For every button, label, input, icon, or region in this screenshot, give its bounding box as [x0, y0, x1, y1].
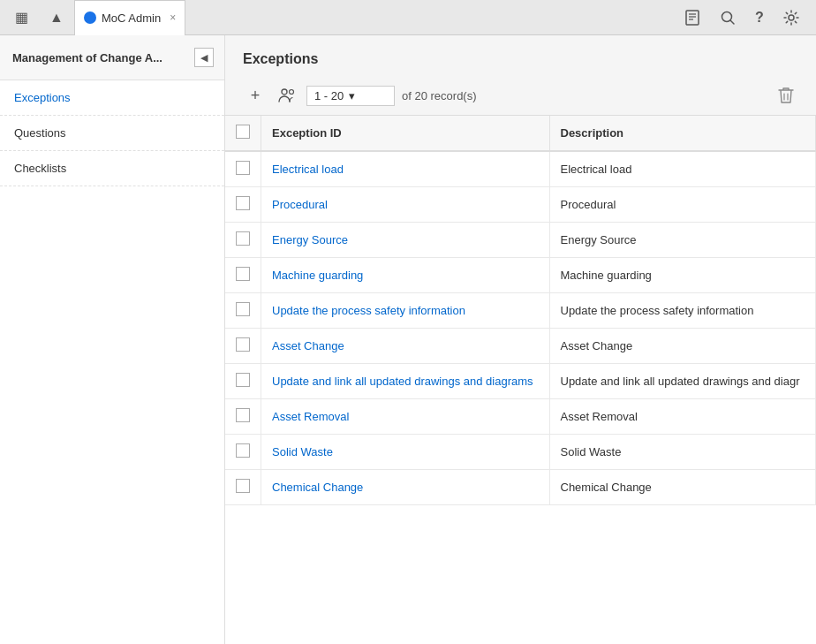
row-checkbox-cell — [225, 399, 261, 435]
exception-id-link[interactable]: Chemical Change — [272, 481, 363, 494]
row-checkbox-cell — [225, 293, 261, 329]
exception-id-link[interactable]: Energy Source — [272, 233, 348, 246]
delete-button[interactable] — [774, 83, 798, 108]
exception-id-link[interactable]: Solid Waste — [272, 445, 333, 458]
help-button[interactable]: ? — [745, 4, 774, 32]
exception-id-link[interactable]: Electrical load — [272, 163, 344, 176]
row-checkbox[interactable] — [236, 267, 250, 281]
sidebar-title-bar: Management of Change A... ◀ — [0, 35, 224, 80]
row-description: Asset Removal — [549, 399, 816, 435]
row-description: Chemical Change — [549, 470, 816, 505]
svg-point-7 — [282, 89, 287, 95]
row-description: Electrical load — [549, 151, 816, 187]
row-checkbox[interactable] — [236, 161, 250, 175]
page-range-select[interactable]: 1 - 20 ▾ — [306, 86, 395, 106]
row-exception-id: Update the process safety information — [261, 293, 550, 329]
notes-icon — [684, 9, 701, 27]
page-range-label: 1 - 20 — [314, 89, 344, 102]
table-row: Electrical loadElectrical load — [225, 151, 816, 187]
row-description: Asset Change — [549, 329, 816, 364]
row-description: Update the process safety information — [549, 293, 816, 329]
row-checkbox-cell — [225, 258, 261, 293]
settings-button[interactable] — [777, 4, 805, 32]
exceptions-table: Exception ID Description Electrical load… — [225, 116, 816, 505]
row-exception-id: Electrical load — [261, 151, 550, 187]
exception-id-link[interactable]: Procedural — [272, 198, 328, 211]
table-row: Solid WasteSolid Waste — [225, 435, 816, 470]
toolbar: + 1 - 20 ▾ of 20 record(s) — [225, 76, 816, 116]
sidebar-title: Management of Change A... — [12, 51, 162, 64]
table-row: Update the process safety informationUpd… — [225, 293, 816, 329]
trash-icon — [778, 87, 794, 104]
search-button[interactable] — [714, 4, 742, 32]
exception-id-link[interactable]: Update the process safety information — [272, 304, 465, 317]
row-exception-id: Machine guarding — [261, 258, 550, 293]
row-checkbox[interactable] — [236, 337, 250, 352]
sidebar-item-exceptions[interactable]: Exceptions — [0, 80, 224, 116]
row-exception-id: Procedural — [261, 187, 550, 223]
row-description: Machine guarding — [549, 258, 816, 293]
row-checkbox-cell — [225, 223, 261, 258]
svg-line-5 — [730, 20, 734, 24]
exception-id-link[interactable]: Asset Change — [272, 339, 344, 352]
sidebar-nav: Exceptions Questions Checklists — [0, 80, 224, 186]
add-button[interactable]: + — [243, 83, 268, 108]
row-exception-id: Chemical Change — [261, 470, 550, 505]
row-checkbox[interactable] — [236, 231, 250, 246]
row-exception-id: Update and link all updated drawings and… — [261, 364, 550, 399]
row-description: Energy Source — [549, 223, 816, 258]
sidebar-item-questions[interactable]: Questions — [0, 116, 224, 151]
table-row: Energy SourceEnergy Source — [225, 223, 816, 258]
content-area: Exceptions + 1 - 20 ▾ of 20 record(s) — [225, 35, 816, 644]
exception-id-link[interactable]: Update and link all updated drawings and… — [272, 375, 533, 388]
row-checkbox[interactable] — [236, 443, 250, 458]
users-button[interactable] — [275, 83, 299, 108]
row-description: Solid Waste — [549, 435, 816, 470]
page-title: Exceptions — [225, 35, 816, 76]
table-row: Chemical ChangeChemical Change — [225, 470, 816, 505]
row-checkbox[interactable] — [236, 196, 250, 210]
moc-admin-tab[interactable]: MoC Admin × — [74, 0, 185, 35]
row-checkbox-cell — [225, 364, 261, 399]
svg-point-6 — [789, 15, 794, 20]
users-icon — [278, 87, 296, 103]
row-checkbox[interactable] — [236, 302, 250, 316]
col-header-description: Description — [549, 116, 816, 151]
row-exception-id: Energy Source — [261, 223, 550, 258]
row-checkbox-cell — [225, 435, 261, 470]
tab-close-icon[interactable]: × — [170, 11, 176, 24]
table-row: ProceduralProcedural — [225, 187, 816, 223]
dashboard-icon-tab[interactable]: ▦ — [4, 0, 39, 35]
records-count: of 20 record(s) — [402, 89, 477, 102]
exception-id-link[interactable]: Machine guarding — [272, 269, 363, 282]
col-header-checkbox — [225, 116, 261, 151]
row-exception-id: Solid Waste — [261, 435, 550, 470]
table-row: Machine guardingMachine guarding — [225, 258, 816, 293]
table-row: Asset ChangeAsset Change — [225, 329, 816, 364]
tab-label: MoC Admin — [102, 11, 161, 25]
row-checkbox[interactable] — [236, 479, 250, 493]
row-checkbox-cell — [225, 187, 261, 223]
tab-dot-icon — [84, 11, 96, 24]
table-row: Update and link all updated drawings and… — [225, 364, 816, 399]
table-row: Asset RemovalAsset Removal — [225, 399, 816, 435]
search-icon — [719, 9, 737, 27]
row-checkbox-cell — [225, 470, 261, 505]
sidebar: Management of Change A... ◀ Exceptions Q… — [0, 35, 225, 644]
row-checkbox[interactable] — [236, 373, 250, 387]
exception-id-link[interactable]: Asset Removal — [272, 410, 349, 423]
row-checkbox[interactable] — [236, 408, 250, 422]
settings-icon — [782, 9, 800, 27]
sidebar-item-checklists[interactable]: Checklists — [0, 151, 224, 186]
sidebar-collapse-button[interactable]: ◀ — [194, 48, 214, 67]
table-wrapper: Exception ID Description Electrical load… — [225, 116, 816, 644]
col-header-exception-id: Exception ID — [261, 116, 550, 151]
svg-rect-0 — [686, 11, 699, 25]
main-layout: Management of Change A... ◀ Exceptions Q… — [0, 35, 816, 644]
top-right-actions: ? — [682, 4, 812, 32]
row-checkbox-cell — [225, 151, 261, 187]
alerts-icon-tab[interactable]: ▲ — [39, 0, 74, 35]
row-exception-id: Asset Change — [261, 329, 550, 364]
notes-button[interactable] — [682, 4, 710, 32]
select-all-checkbox[interactable] — [236, 125, 250, 139]
